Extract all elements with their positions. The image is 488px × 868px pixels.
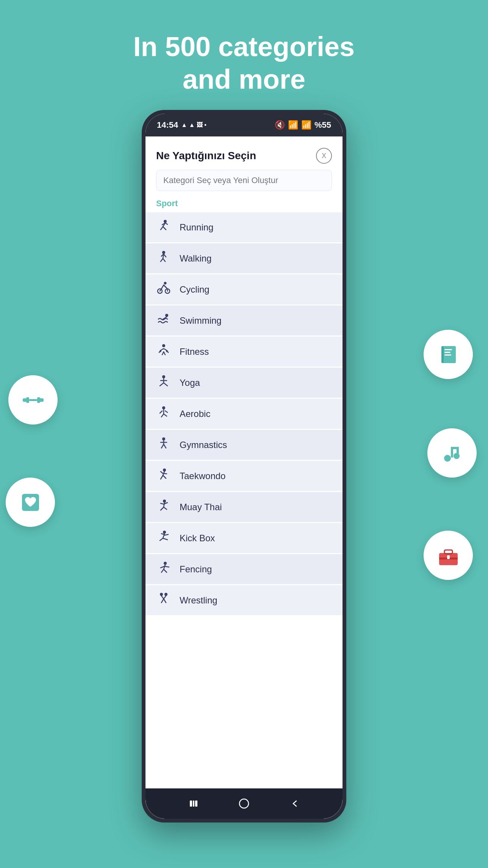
wrestling-icon bbox=[156, 592, 171, 608]
svg-line-22 bbox=[167, 350, 168, 353]
svg-line-21 bbox=[159, 350, 161, 353]
list-item-fencing[interactable]: Fencing bbox=[145, 554, 343, 584]
header-title-line1: In 500 categories bbox=[0, 30, 488, 63]
svg-rect-80 bbox=[444, 352, 450, 353]
gymnastics-label: Gymnastics bbox=[180, 440, 227, 450]
swimming-icon bbox=[156, 312, 171, 329]
svg-point-83 bbox=[444, 455, 451, 462]
fencing-icon bbox=[156, 561, 171, 577]
list-item-swimming[interactable]: Swimming bbox=[145, 306, 343, 335]
running-icon bbox=[156, 219, 171, 235]
svg-line-5 bbox=[165, 223, 167, 224]
svg-rect-71 bbox=[195, 801, 197, 807]
bubble-health bbox=[6, 478, 55, 527]
svg-line-32 bbox=[160, 411, 162, 413]
taekwondo-icon bbox=[156, 468, 171, 484]
phone-device: 14:54 ▲ ▲ 🖼 • 🔇 📶 📶 %55 Ne Yaptığınızı S… bbox=[142, 110, 346, 830]
fencing-label: Fencing bbox=[180, 564, 212, 575]
mute-icon: 🔇 bbox=[275, 120, 285, 130]
list-item-muay-thai[interactable]: Muay Thai bbox=[145, 492, 343, 522]
bubble-toolbox bbox=[424, 531, 473, 580]
svg-line-67 bbox=[161, 599, 164, 603]
svg-point-72 bbox=[239, 799, 249, 808]
cycling-icon bbox=[156, 281, 171, 298]
svg-line-44 bbox=[163, 473, 167, 474]
svg-line-3 bbox=[163, 227, 166, 230]
svg-line-58 bbox=[164, 565, 165, 569]
header-section: In 500 categories and more bbox=[0, 30, 488, 96]
list-item-kick-box[interactable]: Kick Box bbox=[145, 523, 343, 553]
list-item-wrestling[interactable]: Wrestling bbox=[145, 585, 343, 615]
svg-line-37 bbox=[161, 444, 164, 448]
svg-line-41 bbox=[161, 475, 163, 479]
notch bbox=[231, 114, 257, 122]
svg-rect-76 bbox=[37, 397, 40, 403]
svg-line-38 bbox=[164, 444, 166, 448]
modal-title: Ne Yaptığınızı Seçin bbox=[156, 150, 256, 162]
svg-line-25 bbox=[160, 383, 164, 386]
svg-line-20 bbox=[164, 352, 165, 355]
bubble-music bbox=[427, 428, 477, 478]
list-item-gymnastics[interactable]: Gymnastics bbox=[145, 430, 343, 460]
svg-point-12 bbox=[164, 282, 167, 285]
battery-text: %55 bbox=[314, 120, 331, 130]
cycling-label: Cycling bbox=[180, 284, 210, 295]
svg-line-65 bbox=[161, 596, 164, 599]
list-item-aerobic[interactable]: Aerobic bbox=[145, 399, 343, 429]
list-item-walking[interactable]: Walking bbox=[145, 243, 343, 273]
nav-recents-icon[interactable] bbox=[186, 796, 201, 811]
svg-rect-82 bbox=[441, 346, 444, 363]
svg-rect-87 bbox=[457, 447, 459, 456]
svg-point-18 bbox=[162, 344, 165, 347]
kick-box-label: Kick Box bbox=[180, 533, 215, 544]
search-area bbox=[145, 170, 343, 196]
status-bar-left: 14:54 ▲ ▲ 🖼 • bbox=[157, 120, 206, 130]
fitness-icon bbox=[156, 343, 171, 360]
svg-rect-90 bbox=[444, 550, 452, 554]
phone-bottom-nav bbox=[145, 788, 343, 819]
svg-line-46 bbox=[164, 503, 164, 507]
svg-line-56 bbox=[164, 534, 168, 535]
svg-line-47 bbox=[161, 507, 164, 510]
svg-line-48 bbox=[164, 507, 167, 509]
status-time: 14:54 bbox=[157, 120, 178, 130]
walking-label: Walking bbox=[180, 253, 211, 264]
svg-rect-75 bbox=[26, 397, 29, 403]
list-item-cycling[interactable]: Cycling bbox=[145, 274, 343, 304]
svg-line-60 bbox=[164, 569, 167, 572]
list-item-running[interactable]: Running bbox=[145, 212, 343, 242]
list-item-yoga[interactable]: Yoga bbox=[145, 368, 343, 398]
svg-line-9 bbox=[163, 259, 165, 262]
svg-line-11 bbox=[164, 254, 166, 257]
svg-line-53 bbox=[160, 538, 163, 541]
bubble-dumbbell bbox=[8, 375, 58, 425]
wrestling-label: Wrestling bbox=[180, 595, 217, 606]
list-item-taekwondo[interactable]: Taekwondo bbox=[145, 461, 343, 491]
yoga-icon bbox=[156, 374, 171, 391]
svg-rect-81 bbox=[444, 354, 451, 356]
close-button[interactable]: X bbox=[316, 148, 332, 164]
signal-icon: 📶 bbox=[301, 120, 311, 130]
search-input[interactable] bbox=[156, 170, 332, 191]
svg-line-15 bbox=[164, 285, 166, 287]
svg-rect-70 bbox=[193, 801, 194, 807]
svg-line-31 bbox=[164, 414, 167, 416]
muay-thai-label: Muay Thai bbox=[180, 502, 222, 512]
kick-box-icon bbox=[156, 530, 171, 546]
svg-line-66 bbox=[164, 596, 166, 599]
svg-rect-77 bbox=[29, 399, 37, 401]
sport-list: Running Walking Cycling Swimming bbox=[145, 212, 343, 819]
svg-line-30 bbox=[161, 414, 164, 417]
list-item-fitness[interactable]: Fitness bbox=[145, 337, 343, 367]
status-bar-right: 🔇 📶 📶 %55 bbox=[275, 120, 331, 130]
svg-line-59 bbox=[161, 569, 164, 572]
status-icons: ▲ ▲ 🖼 • bbox=[181, 122, 206, 128]
running-label: Running bbox=[180, 222, 213, 233]
close-icon: X bbox=[322, 152, 326, 160]
svg-line-2 bbox=[161, 227, 163, 230]
aerobic-label: Aerobic bbox=[180, 409, 210, 419]
nav-home-icon[interactable] bbox=[236, 796, 252, 811]
svg-line-8 bbox=[161, 259, 163, 262]
nav-back-icon[interactable] bbox=[287, 796, 302, 811]
svg-line-54 bbox=[163, 538, 167, 540]
